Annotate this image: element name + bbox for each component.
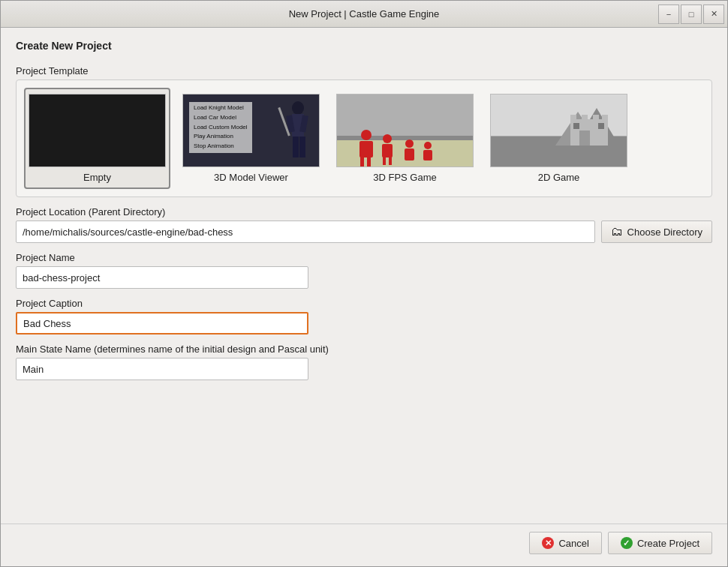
choose-dir-label: Choose Directory: [627, 226, 702, 238]
svg-rect-13: [602, 115, 608, 124]
state-section: Main State Name (determines name of the …: [16, 344, 712, 380]
svg-point-0: [292, 101, 304, 115]
template-fps-label: 3D FPS Game: [373, 172, 437, 183]
name-input[interactable]: [16, 266, 308, 289]
state-input[interactable]: [16, 358, 308, 380]
template-fps-thumb: [336, 94, 474, 167]
3dmodel-menu-overlay: Load Knight Model Load Car Model Load Cu…: [189, 102, 252, 153]
choose-directory-button[interactable]: 🗂 Choose Directory: [601, 220, 712, 243]
page-heading: Create New Project: [16, 40, 712, 52]
svg-rect-15: [573, 123, 579, 129]
svg-rect-14: [579, 130, 590, 146]
create-icon: ✓: [621, 537, 633, 549]
create-project-button[interactable]: ✓ Create Project: [608, 532, 712, 554]
fps-thumb-bg: [337, 94, 473, 166]
template-2d[interactable]: 2D Game: [486, 88, 632, 189]
close-button[interactable]: ✕: [703, 4, 724, 24]
template-3dmodel-thumb: Load Knight Model Load Car Model Load Cu…: [182, 94, 320, 167]
2d-castle-svg: [555, 97, 623, 146]
template-3d-fps[interactable]: 3D FPS Game: [332, 88, 478, 189]
cancel-label: Cancel: [558, 538, 588, 549]
fps-figure-1: [359, 130, 373, 158]
fps-wall: [337, 94, 473, 136]
footer: ✕ Cancel ✓ Create Project: [1, 524, 727, 566]
name-section: Project Name: [16, 252, 712, 289]
3dmodel-figure-svg: [259, 99, 311, 166]
caption-section: Project Caption: [16, 298, 712, 334]
template-empty-thumb: [29, 94, 166, 167]
cancel-button[interactable]: ✕ Cancel: [529, 532, 601, 554]
state-label: Main State Name (determines name of the …: [16, 344, 712, 355]
template-section-label: Project Template: [16, 65, 712, 76]
fps-figure-4: [423, 142, 432, 160]
location-row: 🗂 Choose Directory: [16, 220, 712, 243]
create-label: Create Project: [637, 538, 699, 549]
template-empty-label: Empty: [83, 172, 111, 183]
window-controls: − □ ✕: [658, 1, 727, 27]
svg-rect-5: [299, 136, 305, 158]
window-body: Create New Project Project Template Empt…: [1, 28, 727, 524]
fps-figure-3: [405, 140, 414, 160]
2d-thumb-bg: [491, 94, 627, 166]
svg-rect-10: [570, 115, 576, 124]
restore-button[interactable]: □: [681, 4, 702, 24]
location-input[interactable]: [16, 220, 595, 243]
main-window: New Project | Castle Game Engine − □ ✕ C…: [0, 0, 728, 567]
template-3d-model-viewer[interactable]: Load Knight Model Load Car Model Load Cu…: [178, 88, 324, 189]
location-label: Project Location (Parent Directory): [16, 206, 712, 218]
caption-input[interactable]: [16, 312, 308, 334]
template-section: Project Template Empty Load Knight Model: [16, 65, 712, 197]
svg-rect-12: [593, 115, 599, 124]
template-2d-thumb: [490, 94, 627, 167]
svg-rect-11: [582, 115, 588, 124]
fps-figure-2: [382, 134, 393, 158]
location-section: Project Location (Parent Directory) 🗂 Ch…: [16, 206, 712, 243]
caption-label: Project Caption: [16, 298, 712, 309]
name-label: Project Name: [16, 252, 712, 263]
title-bar: New Project | Castle Game Engine − □ ✕: [1, 1, 727, 28]
folder-icon: 🗂: [611, 225, 623, 238]
3dmodel-thumb-bg: Load Knight Model Load Car Model Load Cu…: [183, 94, 319, 166]
svg-rect-16: [598, 123, 604, 129]
template-2d-label: 2D Game: [538, 172, 580, 183]
window-title: New Project | Castle Game Engine: [289, 8, 440, 20]
templates-container: Empty Load Knight Model Load Car Model L…: [16, 80, 712, 197]
minimize-button[interactable]: −: [658, 4, 679, 24]
template-empty[interactable]: Empty: [24, 88, 170, 189]
template-3dmodel-label: 3D Model Viewer: [214, 172, 288, 183]
empty-thumb-bg: [29, 94, 165, 166]
svg-rect-4: [293, 136, 299, 158]
cancel-icon: ✕: [542, 537, 554, 549]
